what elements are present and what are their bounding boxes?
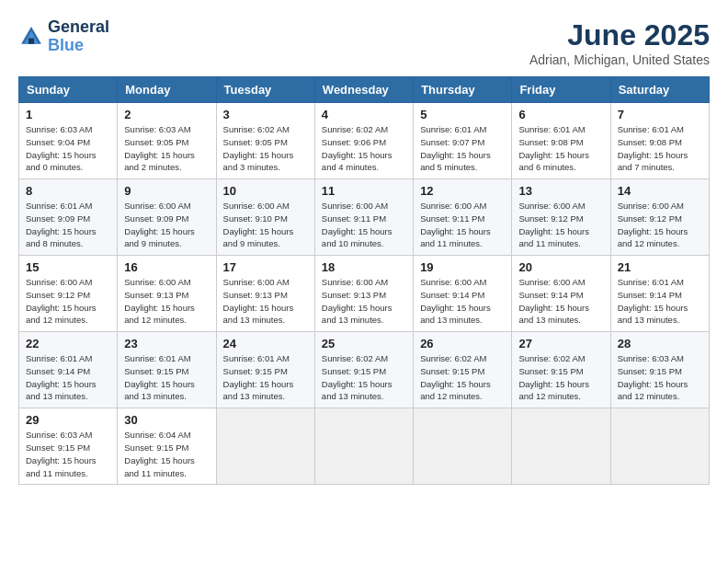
day-number: 5 <box>420 108 505 121</box>
day-info: Sunrise: 6:02 AM Sunset: 9:15 PM Dayligh… <box>322 352 406 403</box>
calendar-cell: 7 Sunrise: 6:01 AM Sunset: 9:08 PM Dayli… <box>610 103 709 179</box>
daylight-label: Daylight: 15 hours and 5 minutes. <box>420 150 491 173</box>
day-number: 26 <box>420 337 505 350</box>
sunset-label: Sunset: 9:14 PM <box>26 366 90 376</box>
sunset-label: Sunset: 9:05 PM <box>223 137 288 147</box>
daylight-label: Daylight: 15 hours and 2 minutes. <box>124 150 195 173</box>
sunset-label: Sunset: 9:15 PM <box>322 366 386 376</box>
page-header: General Blue June 2025 Adrian, Michigan,… <box>18 18 710 67</box>
sunset-label: Sunset: 9:13 PM <box>322 290 386 300</box>
calendar-cell: 13 Sunrise: 6:00 AM Sunset: 9:12 PM Dayl… <box>512 179 610 256</box>
day-info: Sunrise: 6:01 AM Sunset: 9:08 PM Dayligh… <box>618 123 702 174</box>
sunset-label: Sunset: 9:09 PM <box>26 213 90 224</box>
day-number: 12 <box>420 184 505 198</box>
weekday-header: Wednesday <box>314 77 413 103</box>
sunrise-label: Sunrise: 6:01 AM <box>518 124 585 134</box>
logo: General Blue <box>18 18 109 55</box>
sunrise-label: Sunrise: 6:03 AM <box>124 124 190 134</box>
calendar-subtitle: Adrian, Michigan, United States <box>529 52 710 67</box>
daylight-label: Daylight: 15 hours and 11 minutes. <box>518 226 589 249</box>
calendar-cell <box>610 408 709 485</box>
calendar-table: SundayMondayTuesdayWednesdayThursdayFrid… <box>18 76 710 485</box>
day-info: Sunrise: 6:00 AM Sunset: 9:11 PM Dayligh… <box>322 200 406 250</box>
sunrise-label: Sunrise: 6:00 AM <box>223 277 290 287</box>
day-number: 17 <box>223 260 308 274</box>
daylight-label: Daylight: 15 hours and 13 minutes. <box>124 379 195 402</box>
day-info: Sunrise: 6:00 AM Sunset: 9:13 PM Dayligh… <box>124 276 209 327</box>
day-info: Sunrise: 6:00 AM Sunset: 9:13 PM Dayligh… <box>223 276 308 327</box>
sunrise-label: Sunrise: 6:01 AM <box>223 353 290 363</box>
sunrise-label: Sunrise: 6:00 AM <box>26 277 92 287</box>
daylight-label: Daylight: 15 hours and 13 minutes. <box>420 303 491 326</box>
sunset-label: Sunset: 9:15 PM <box>124 366 188 376</box>
sunset-label: Sunset: 9:10 PM <box>223 213 288 224</box>
day-info: Sunrise: 6:00 AM Sunset: 9:12 PM Dayligh… <box>618 200 702 250</box>
sunset-label: Sunset: 9:11 PM <box>322 213 386 224</box>
title-section: June 2025 Adrian, Michigan, United State… <box>529 18 710 67</box>
sunrise-label: Sunrise: 6:02 AM <box>518 353 585 363</box>
calendar-cell: 5 Sunrise: 6:01 AM Sunset: 9:07 PM Dayli… <box>414 103 512 179</box>
sunset-label: Sunset: 9:15 PM <box>26 442 90 453</box>
daylight-label: Daylight: 15 hours and 13 minutes. <box>223 379 294 402</box>
day-info: Sunrise: 6:00 AM Sunset: 9:12 PM Dayligh… <box>518 200 603 250</box>
sunrise-label: Sunrise: 6:00 AM <box>420 201 486 211</box>
calendar-cell: 8 Sunrise: 6:01 AM Sunset: 9:09 PM Dayli… <box>19 179 118 256</box>
calendar-cell: 1 Sunrise: 6:03 AM Sunset: 9:04 PM Dayli… <box>19 103 118 179</box>
day-info: Sunrise: 6:00 AM Sunset: 9:14 PM Dayligh… <box>420 276 505 327</box>
calendar-cell: 2 Sunrise: 6:03 AM Sunset: 9:05 PM Dayli… <box>118 103 216 179</box>
day-info: Sunrise: 6:01 AM Sunset: 9:14 PM Dayligh… <box>618 276 702 327</box>
day-info: Sunrise: 6:02 AM Sunset: 9:05 PM Dayligh… <box>223 123 308 174</box>
day-info: Sunrise: 6:02 AM Sunset: 9:15 PM Dayligh… <box>420 352 505 403</box>
daylight-label: Daylight: 15 hours and 11 minutes. <box>26 455 97 478</box>
day-info: Sunrise: 6:00 AM Sunset: 9:13 PM Dayligh… <box>322 276 406 327</box>
day-number: 30 <box>124 413 209 427</box>
day-info: Sunrise: 6:00 AM Sunset: 9:09 PM Dayligh… <box>124 200 209 250</box>
daylight-label: Daylight: 15 hours and 6 minutes. <box>518 150 589 173</box>
sunrise-label: Sunrise: 6:00 AM <box>618 201 684 211</box>
day-number: 13 <box>518 184 603 198</box>
logo-icon <box>18 24 44 50</box>
sunset-label: Sunset: 9:05 PM <box>124 137 188 147</box>
calendar-week-row: 29 Sunrise: 6:03 AM Sunset: 9:15 PM Dayl… <box>19 408 710 485</box>
day-info: Sunrise: 6:01 AM Sunset: 9:15 PM Dayligh… <box>124 352 209 403</box>
daylight-label: Daylight: 15 hours and 11 minutes. <box>124 455 195 478</box>
sunset-label: Sunset: 9:12 PM <box>518 213 583 224</box>
sunset-label: Sunset: 9:15 PM <box>618 366 682 376</box>
sunset-label: Sunset: 9:04 PM <box>26 137 90 147</box>
calendar-cell: 17 Sunrise: 6:00 AM Sunset: 9:13 PM Dayl… <box>216 256 314 332</box>
day-info: Sunrise: 6:00 AM Sunset: 9:10 PM Dayligh… <box>223 200 308 250</box>
calendar-cell <box>414 408 512 485</box>
daylight-label: Daylight: 15 hours and 13 minutes. <box>518 303 589 326</box>
daylight-label: Daylight: 15 hours and 0 minutes. <box>26 150 97 173</box>
daylight-label: Daylight: 15 hours and 12 minutes. <box>26 303 97 326</box>
daylight-label: Daylight: 15 hours and 4 minutes. <box>322 150 392 173</box>
sunset-label: Sunset: 9:14 PM <box>618 290 682 300</box>
sunset-label: Sunset: 9:15 PM <box>124 442 188 453</box>
day-number: 16 <box>124 260 209 274</box>
day-number: 11 <box>322 184 406 198</box>
daylight-label: Daylight: 15 hours and 12 minutes. <box>618 379 688 402</box>
sunrise-label: Sunrise: 6:01 AM <box>26 353 92 363</box>
calendar-cell: 11 Sunrise: 6:00 AM Sunset: 9:11 PM Dayl… <box>314 179 413 256</box>
daylight-label: Daylight: 15 hours and 9 minutes. <box>124 226 195 249</box>
daylight-label: Daylight: 15 hours and 9 minutes. <box>223 226 294 249</box>
sunrise-label: Sunrise: 6:02 AM <box>322 124 388 134</box>
logo-text: General Blue <box>48 18 109 55</box>
weekday-header-row: SundayMondayTuesdayWednesdayThursdayFrid… <box>19 77 710 103</box>
calendar-week-row: 8 Sunrise: 6:01 AM Sunset: 9:09 PM Dayli… <box>19 179 710 256</box>
sunset-label: Sunset: 9:13 PM <box>223 290 288 300</box>
weekday-header: Tuesday <box>216 77 314 103</box>
sunset-label: Sunset: 9:15 PM <box>518 366 583 376</box>
calendar-cell: 30 Sunrise: 6:04 AM Sunset: 9:15 PM Dayl… <box>118 408 216 485</box>
day-info: Sunrise: 6:02 AM Sunset: 9:15 PM Dayligh… <box>518 352 603 403</box>
day-number: 4 <box>322 108 406 121</box>
calendar-cell: 28 Sunrise: 6:03 AM Sunset: 9:15 PM Dayl… <box>610 332 709 408</box>
day-number: 24 <box>223 337 308 350</box>
day-number: 10 <box>223 184 308 198</box>
sunrise-label: Sunrise: 6:00 AM <box>518 277 585 287</box>
sunset-label: Sunset: 9:14 PM <box>420 290 484 300</box>
daylight-label: Daylight: 15 hours and 12 minutes. <box>618 226 688 249</box>
weekday-header: Thursday <box>414 77 512 103</box>
sunrise-label: Sunrise: 6:03 AM <box>26 124 92 134</box>
day-info: Sunrise: 6:03 AM Sunset: 9:05 PM Dayligh… <box>124 123 209 174</box>
